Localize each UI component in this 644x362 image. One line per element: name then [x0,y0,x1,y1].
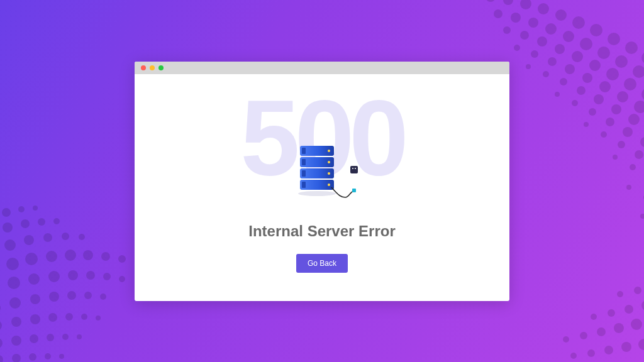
svg-point-96 [594,94,604,104]
svg-point-61 [572,16,585,29]
svg-point-110 [613,155,618,160]
svg-point-70 [563,31,574,42]
svg-point-6 [101,252,110,261]
svg-point-15 [119,276,125,282]
svg-point-29 [96,315,101,321]
svg-rect-145 [350,166,358,173]
svg-point-75 [503,26,511,34]
svg-point-130 [617,291,623,297]
svg-point-34 [62,334,69,340]
svg-point-101 [572,100,578,106]
svg-point-127 [608,309,615,317]
svg-point-55 [33,206,38,211]
svg-point-119 [614,323,624,333]
svg-point-42 [4,239,16,251]
svg-point-56 [486,0,496,2]
server-rack-icon [281,142,363,200]
svg-point-117 [580,332,587,339]
svg-point-77 [537,36,547,47]
svg-point-48 [3,222,13,233]
minimize-icon[interactable] [150,65,155,70]
svg-point-33 [47,334,54,341]
svg-point-120 [631,319,642,330]
svg-rect-140 [302,148,306,154]
svg-point-2 [25,253,38,265]
svg-point-147 [355,168,356,169]
svg-point-148 [298,191,336,196]
svg-point-54 [18,206,25,212]
svg-point-139 [328,184,330,186]
svg-rect-143 [302,182,306,188]
svg-point-26 [48,313,57,322]
svg-point-124 [621,342,631,352]
svg-point-85 [531,50,538,58]
close-icon[interactable] [141,65,146,70]
svg-point-100 [555,92,560,97]
svg-point-84 [514,45,520,51]
svg-point-115 [640,214,644,219]
svg-point-72 [597,47,610,59]
svg-point-43 [24,235,34,245]
svg-point-57 [503,0,513,5]
svg-point-12 [68,270,78,280]
svg-point-146 [352,168,353,169]
svg-rect-144 [352,189,356,192]
svg-point-28 [81,314,87,320]
svg-point-5 [83,250,93,260]
svg-point-104 [623,127,633,137]
svg-point-40 [59,354,64,359]
svg-point-118 [597,327,606,336]
svg-point-67 [511,13,521,23]
svg-point-13 [86,271,95,280]
svg-point-22 [100,293,106,300]
svg-point-82 [624,78,636,90]
svg-point-98 [628,114,640,125]
svg-point-18 [30,294,40,304]
svg-point-78 [555,44,565,54]
svg-point-37 [12,354,21,362]
svg-point-19 [49,292,59,302]
svg-point-128 [625,305,633,314]
svg-point-20 [67,291,76,300]
svg-point-36 [0,355,3,362]
svg-point-137 [328,161,330,163]
svg-point-11 [48,271,60,282]
svg-point-38 [29,353,36,361]
svg-rect-142 [302,170,306,177]
svg-point-91 [634,101,644,113]
svg-point-69 [545,23,557,35]
svg-point-64 [625,41,638,54]
svg-point-97 [611,104,621,114]
svg-point-131 [634,287,641,294]
svg-point-3 [46,251,57,262]
svg-point-121 [570,353,577,359]
svg-point-94 [560,78,567,85]
svg-point-86 [548,57,557,66]
svg-point-30 [0,338,3,348]
svg-point-50 [38,218,45,226]
svg-point-4 [65,250,76,261]
svg-point-66 [494,9,502,18]
svg-point-45 [62,233,69,240]
svg-point-81 [606,68,619,80]
svg-point-32 [30,334,38,343]
go-back-button[interactable]: Go Back [296,254,348,273]
svg-point-102 [589,108,596,116]
svg-point-90 [617,91,628,102]
svg-point-129 [641,300,644,310]
svg-point-116 [563,336,569,343]
maximize-icon[interactable] [158,65,164,70]
svg-point-113 [626,185,631,190]
svg-point-76 [520,31,529,40]
svg-point-60 [555,9,567,21]
svg-point-95 [577,86,586,95]
svg-point-24 [11,317,21,327]
svg-point-63 [608,33,620,45]
svg-point-126 [591,314,597,320]
svg-point-27 [65,313,73,321]
svg-point-92 [526,64,531,69]
svg-point-14 [103,273,111,280]
svg-point-68 [528,18,538,28]
svg-point-46 [79,234,85,240]
svg-point-105 [640,137,644,147]
